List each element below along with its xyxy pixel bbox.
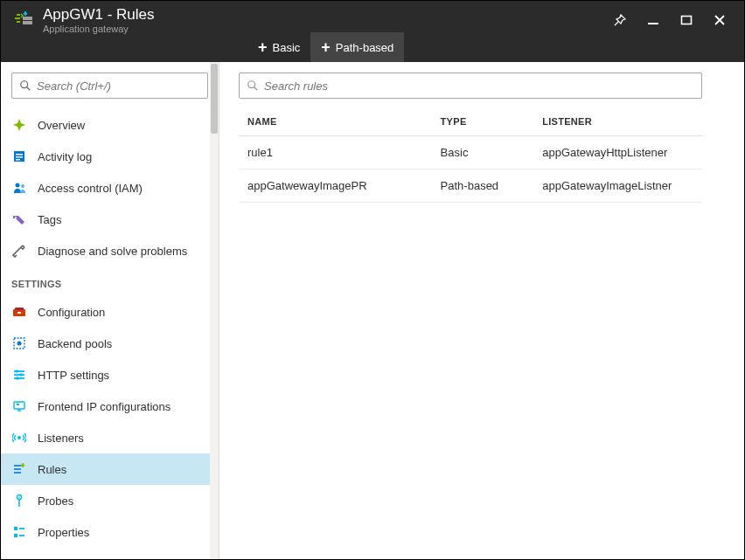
svg-rect-35 — [14, 527, 17, 530]
rules-search-input[interactable] — [264, 80, 694, 93]
svg-point-10 — [16, 183, 20, 188]
svg-rect-7 — [16, 154, 23, 156]
sidebar-item-diagnose[interactable]: Diagnose and solve problems — [1, 235, 219, 266]
nav-label: Access control (IAM) — [38, 182, 143, 195]
tags-icon — [11, 211, 27, 227]
cell-listener: appGatewayHttpListener — [535, 136, 702, 169]
svg-point-33 — [18, 496, 20, 498]
backend-pools-icon — [11, 335, 27, 351]
toolbar: + Basic + Path-based — [247, 32, 404, 62]
close-icon[interactable] — [711, 11, 728, 29]
frontend-ip-icon — [11, 398, 27, 414]
svg-rect-0 — [23, 17, 32, 20]
overview-icon — [11, 117, 27, 133]
svg-rect-9 — [16, 159, 20, 161]
svg-point-17 — [17, 342, 22, 346]
col-name[interactable]: NAME — [239, 107, 434, 136]
search-icon — [19, 80, 31, 92]
svg-point-39 — [248, 81, 255, 88]
sidebar: Overview Activity log Access control (IA… — [1, 62, 219, 560]
svg-point-21 — [15, 370, 18, 373]
nav-label: Frontend IP configurations — [38, 400, 171, 413]
svg-point-11 — [21, 184, 24, 188]
sidebar-item-access-control[interactable]: Access control (IAM) — [1, 172, 219, 204]
cell-name: appGatwewayImagePR — [239, 169, 434, 203]
table-row[interactable]: appGatwewayImagePR Path-based appGateway… — [239, 169, 702, 203]
maximize-icon[interactable] — [678, 11, 695, 29]
search-icon — [247, 80, 259, 92]
access-control-icon — [11, 180, 27, 196]
svg-point-4 — [21, 81, 28, 88]
listeners-icon — [11, 430, 27, 446]
plus-icon: + — [258, 39, 268, 55]
sidebar-item-activity-log[interactable]: Activity log — [1, 141, 219, 172]
add-basic-button[interactable]: + Basic — [247, 32, 310, 62]
main-content: NAME TYPE LISTENER rule1 Basic appGatewa… — [219, 62, 744, 560]
sidebar-item-tags[interactable]: Tags — [1, 204, 219, 235]
nav-label: Diagnose and solve problems — [38, 245, 187, 258]
col-type[interactable]: TYPE — [434, 107, 536, 136]
col-listener[interactable]: LISTENER — [535, 107, 702, 136]
properties-icon — [11, 524, 27, 540]
svg-point-22 — [19, 373, 23, 377]
http-settings-icon — [11, 367, 27, 383]
minimize-icon[interactable] — [644, 11, 662, 29]
nav-label: Activity log — [38, 150, 92, 163]
configuration-icon — [11, 304, 27, 320]
app-gateway-icon — [11, 8, 36, 32]
diagnose-icon — [11, 243, 27, 259]
table-row[interactable]: rule1 Basic appGatewayHttpListener — [239, 136, 702, 169]
cell-type: Basic — [434, 136, 536, 169]
window-header: AppGW1 - Rules Application gateway + Bas… — [1, 1, 744, 62]
probes-icon — [11, 493, 27, 508]
sidebar-item-configuration[interactable]: Configuration — [1, 296, 219, 328]
svg-rect-3 — [682, 17, 692, 24]
sidebar-item-http-settings[interactable]: HTTP settings — [1, 359, 219, 391]
svg-rect-36 — [14, 534, 17, 537]
svg-point-12 — [15, 217, 17, 218]
cell-type: Path-based — [434, 169, 536, 203]
nav-label: Tags — [38, 213, 61, 226]
rules-table: NAME TYPE LISTENER rule1 Basic appGatewa… — [239, 107, 702, 203]
cell-listener: appGatewayImageListner — [535, 169, 702, 203]
nav-label: Backend pools — [38, 337, 112, 350]
sidebar-item-overview[interactable]: Overview — [1, 109, 219, 141]
activity-log-icon — [11, 149, 27, 164]
rules-search[interactable] — [239, 73, 702, 99]
nav-label: Rules — [38, 463, 66, 476]
add-basic-label: Basic — [273, 41, 301, 54]
sidebar-item-properties[interactable]: Properties — [1, 516, 219, 548]
svg-rect-14 — [15, 308, 24, 310]
svg-rect-15 — [17, 312, 21, 314]
page-title: AppGW1 - Rules — [43, 6, 611, 24]
scrollbar-thumb[interactable] — [211, 64, 218, 134]
nav-label: Overview — [38, 119, 85, 132]
add-path-based-button[interactable]: + Path-based — [310, 32, 404, 62]
sidebar-item-listeners[interactable]: Listeners — [1, 422, 219, 453]
cell-name: rule1 — [239, 136, 434, 169]
sidebar-item-backend-pools[interactable]: Backend pools — [1, 328, 219, 359]
plus-icon: + — [321, 39, 331, 55]
svg-line-5 — [27, 87, 31, 91]
sidebar-item-frontend-ip[interactable]: Frontend IP configurations — [1, 391, 219, 422]
rules-icon — [11, 461, 27, 477]
svg-point-28 — [17, 436, 21, 439]
nav-label: Probes — [38, 494, 73, 508]
nav-label: Listeners — [38, 432, 84, 445]
nav-label: Configuration — [38, 306, 105, 319]
sidebar-item-rules[interactable]: Rules — [1, 453, 219, 485]
sidebar-search-input[interactable] — [37, 80, 200, 93]
svg-line-40 — [254, 87, 258, 91]
sidebar-search[interactable] — [11, 73, 208, 99]
svg-rect-8 — [16, 156, 23, 158]
pin-icon[interactable] — [611, 11, 629, 29]
sidebar-scrollbar[interactable] — [210, 62, 219, 560]
svg-point-23 — [16, 377, 19, 380]
add-path-based-label: Path-based — [336, 41, 394, 54]
nav-label: Properties — [38, 526, 89, 539]
settings-section-header: SETTINGS — [1, 266, 219, 296]
sidebar-item-probes[interactable]: Probes — [1, 485, 219, 516]
nav-label: HTTP settings — [38, 369, 109, 382]
svg-rect-25 — [17, 404, 19, 405]
svg-rect-1 — [23, 21, 32, 24]
